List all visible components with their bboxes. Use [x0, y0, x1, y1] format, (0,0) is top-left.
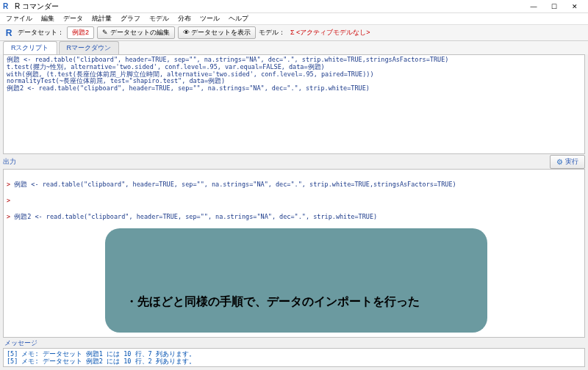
script-tabs: Rスクリプト Rマークダウン	[0, 41, 588, 54]
gears-icon: ⚙	[556, 158, 563, 166]
output-line: 例題2 <- read.table("clipboard", header=TR…	[14, 213, 377, 220]
dataset-name-button[interactable]: 例題2	[67, 26, 94, 39]
menu-graphs[interactable]: グラフ	[118, 13, 143, 24]
message-line: [5] メモ: データセット 例題1 には 10 行、7 列あります。	[7, 350, 196, 358]
output-line: 例題 <- read.table("clipboard", header=TRU…	[14, 181, 456, 188]
menu-edit[interactable]: 編集	[38, 13, 57, 24]
tab-r-markdown[interactable]: Rマークダウン	[59, 41, 120, 54]
output-console[interactable]: > 例題 <- read.table("clipboard", header=T…	[3, 169, 585, 338]
view-dataset-label: データセットを表示	[191, 29, 251, 36]
menu-tools[interactable]: ツール	[197, 13, 223, 24]
menu-stats[interactable]: 統計量	[89, 13, 115, 24]
prompt: >	[7, 197, 10, 204]
edit-dataset-button[interactable]: ✎ データセットの編集	[97, 26, 175, 39]
model-label: モデル：	[259, 28, 285, 37]
menu-models[interactable]: モデル	[146, 13, 172, 24]
menu-bar: ファイル 編集 データ 統計量 グラフ モデル 分布 ツール ヘルプ	[0, 13, 588, 25]
maximize-button[interactable]: ☐	[544, 1, 564, 12]
edit-dataset-label: データセットの編集	[110, 29, 170, 36]
window-controls: — ☐ ✕	[523, 1, 585, 12]
model-name[interactable]: Σ <アクティブモデルなし>	[288, 27, 373, 38]
minimize-button[interactable]: —	[523, 1, 544, 12]
messages-console[interactable]: [5] メモ: データセット 例題1 には 10 行、7 列あります。 [5] …	[3, 348, 585, 367]
output-label: 出力	[3, 157, 16, 167]
menu-file[interactable]: ファイル	[3, 13, 35, 24]
run-button[interactable]: ⚙実行	[550, 155, 585, 169]
dataset-label: データセット：	[18, 28, 64, 37]
output-header: 出力 ⚙実行	[0, 154, 588, 169]
script-editor[interactable]: 例題 <- read.table("clipboard", header=TRU…	[3, 54, 585, 154]
message-line: [5] メモ: データセット 例題2 には 10 行、2 列あります。	[7, 358, 196, 365]
menu-dist[interactable]: 分布	[175, 13, 194, 24]
annotation-line: ・先ほどと同様の手順で、データのインポートを行った	[126, 293, 467, 311]
r-logo-icon: R	[3, 27, 15, 39]
close-button[interactable]: ✕	[564, 1, 585, 12]
view-dataset-button[interactable]: 👁 データセットを表示	[178, 26, 257, 39]
toolbar: R データセット： 例題2 ✎ データセットの編集 👁 データセットを表示 モデ…	[0, 25, 588, 41]
menu-data[interactable]: データ	[60, 13, 86, 24]
prompt: >	[7, 213, 14, 220]
run-label: 実行	[565, 157, 578, 167]
messages-label: メッセージ	[0, 338, 588, 348]
r-icon: R	[3, 2, 12, 11]
prompt: >	[7, 181, 14, 188]
annotation-overlay: ・先ほどと同様の手順で、データのインポートを行った ・データセット名は、「例題２…	[105, 228, 487, 333]
menu-help[interactable]: ヘルプ	[226, 13, 251, 24]
title-bar: R R コマンダー — ☐ ✕	[0, 0, 588, 13]
window-title: R コマンダー	[15, 1, 523, 12]
tab-r-script[interactable]: Rスクリプト	[3, 41, 57, 54]
